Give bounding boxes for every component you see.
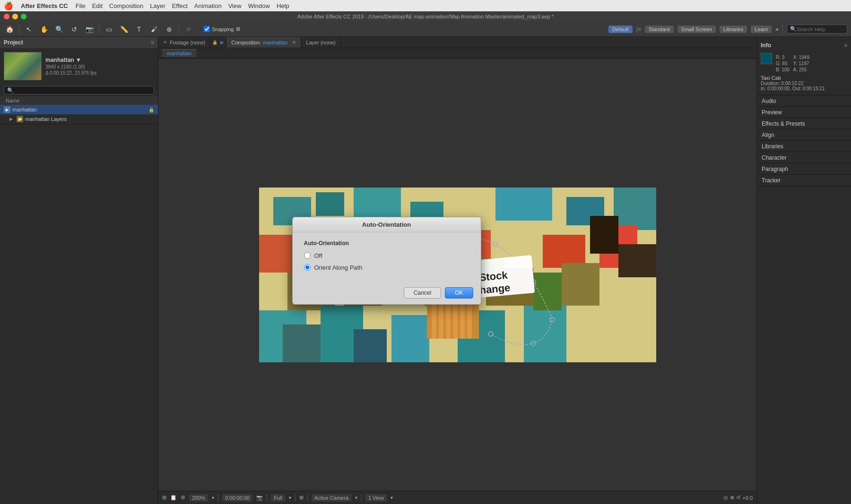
workspace-default[interactable]: Default bbox=[608, 26, 633, 33]
project-search-input[interactable] bbox=[4, 86, 154, 94]
project-item-layers[interactable]: ▶ 📁 manhattan Layers bbox=[0, 114, 158, 124]
view-count-control[interactable]: 1 View bbox=[365, 494, 387, 502]
menu-edit[interactable]: Edit bbox=[92, 2, 103, 9]
project-item-manhattan[interactable]: ▶ manhattan 🔒 bbox=[0, 105, 158, 114]
info-panel-menu[interactable]: ≡ bbox=[844, 42, 847, 49]
panel-effects-presets[interactable]: Effects & Presets bbox=[757, 118, 851, 129]
tab-composition-manhattan[interactable]: Composition manhattan ✕ bbox=[226, 37, 301, 48]
menu-items: File Edit Composition Layer Effect Anima… bbox=[76, 2, 289, 9]
selection-tool[interactable]: ↖ bbox=[23, 24, 35, 35]
view-preview-icon[interactable]: ⊞ bbox=[162, 495, 166, 501]
offset-display: +0.0 bbox=[742, 495, 753, 501]
menu-composition[interactable]: Composition bbox=[109, 2, 143, 9]
menu-window[interactable]: Window bbox=[248, 2, 270, 9]
cancel-button[interactable]: Cancel bbox=[404, 287, 441, 299]
tab-footage[interactable]: ✕ Footage (none) bbox=[158, 37, 210, 48]
panel-effects-label: Effects & Presets bbox=[762, 120, 805, 127]
project-duration: Δ 0:00:15:22, 23.976 fps bbox=[45, 70, 96, 76]
zoom-dropdown[interactable]: ▾ bbox=[212, 495, 214, 500]
grid-icon[interactable]: ⊞ bbox=[299, 495, 304, 501]
brush-tool[interactable]: 🖌 bbox=[148, 24, 160, 35]
views-dropdown[interactable]: ▾ bbox=[391, 495, 393, 500]
menu-layer[interactable]: Layer bbox=[150, 2, 165, 9]
rect-tool[interactable]: ▭ bbox=[103, 24, 114, 35]
panel-tracker[interactable]: Tracker bbox=[757, 175, 851, 186]
quality-control[interactable]: Full bbox=[271, 494, 285, 502]
maximize-window-button[interactable] bbox=[21, 14, 26, 19]
workspace-libraries[interactable]: Libraries bbox=[720, 26, 747, 33]
workspace-learn[interactable]: Learn bbox=[751, 26, 772, 33]
zoom-control[interactable]: 200% bbox=[189, 494, 208, 502]
time-display[interactable]: 0:00:00:00 bbox=[222, 494, 252, 502]
refresh-icon[interactable]: ↺ bbox=[736, 495, 740, 501]
radio-orient-option[interactable]: Orient Along Path bbox=[304, 264, 469, 271]
panel-character[interactable]: Character bbox=[757, 152, 851, 163]
output-icon[interactable]: ⊕ bbox=[730, 495, 734, 501]
camera-dropdown[interactable]: ▾ bbox=[355, 495, 357, 500]
dialog-title: Auto-Orientation bbox=[293, 217, 481, 232]
apple-menu-icon[interactable]: 🍎 bbox=[4, 1, 13, 10]
zoom-tool[interactable]: 🔍 bbox=[53, 24, 65, 35]
panel-preview[interactable]: Preview bbox=[757, 107, 851, 118]
active-camera-control[interactable]: Active Camera bbox=[312, 494, 351, 502]
dialog-overlay: Auto-Orientation Auto-Orientation Off Or… bbox=[158, 59, 756, 491]
info-panel-header: Info ≡ bbox=[761, 41, 847, 50]
ok-button[interactable]: OK bbox=[445, 287, 473, 299]
project-item-lock: 🔒 bbox=[148, 107, 154, 112]
comp-tab-icon: 🔒 bbox=[212, 40, 217, 45]
radio-orient-input[interactable] bbox=[304, 264, 311, 271]
radio-off-option[interactable]: Off bbox=[304, 252, 469, 259]
panel-character-label: Character bbox=[762, 154, 787, 161]
panel-paragraph[interactable]: Paragraph bbox=[757, 163, 851, 175]
render-icon[interactable]: ◎ bbox=[723, 495, 728, 501]
tab-close-footage[interactable]: ✕ bbox=[163, 40, 167, 45]
panel-paragraph-label: Paragraph bbox=[762, 166, 788, 172]
quality-dropdown[interactable]: ▾ bbox=[289, 495, 291, 500]
search-input[interactable] bbox=[797, 26, 844, 32]
project-size: 3840 x 2160 (1.00) bbox=[45, 64, 96, 69]
home-tool[interactable]: 🏠 bbox=[4, 24, 15, 35]
view-settings-icon[interactable]: ⚙ bbox=[181, 495, 185, 501]
text-tool[interactable]: T bbox=[133, 24, 145, 35]
workspace-small-screen[interactable]: Small Screen bbox=[677, 26, 716, 33]
panel-libraries-label: Libraries bbox=[762, 143, 783, 150]
puppet-tool[interactable]: ☞ bbox=[183, 24, 194, 35]
comp-subtab-bar: manhattan bbox=[158, 48, 756, 59]
tab-comp-name: manhattan bbox=[263, 40, 287, 45]
info-color-section: R: 3 X: 1949 G: 85 Y: 1197 B: 100 A: 255 bbox=[761, 53, 847, 72]
view-render-icon[interactable]: 📋 bbox=[170, 495, 177, 501]
panel-audio[interactable]: Audio bbox=[757, 95, 851, 107]
menu-file[interactable]: File bbox=[76, 2, 86, 9]
hand-tool[interactable]: ✋ bbox=[38, 24, 50, 35]
menu-effect[interactable]: Effect bbox=[172, 2, 188, 9]
project-search bbox=[0, 84, 158, 96]
radio-off-input[interactable] bbox=[304, 252, 311, 259]
snap-checkbox[interactable] bbox=[204, 26, 210, 32]
info-color-swatch bbox=[761, 53, 772, 64]
view-separator-3 bbox=[295, 494, 295, 502]
camera-icon[interactable]: 📷 bbox=[256, 495, 263, 501]
tab-close-comp[interactable]: ✕ bbox=[292, 40, 296, 45]
main-layout: Project ≡ manhattan ▼ 3840 x 2160 (1.00)… bbox=[0, 37, 851, 504]
pen-tool[interactable]: ✏️ bbox=[118, 24, 130, 35]
snap-label: Snapping bbox=[212, 26, 234, 32]
comp-subtab-manhattan[interactable]: manhattan bbox=[162, 49, 196, 57]
auto-orientation-dialog: Auto-Orientation Auto-Orientation Off Or… bbox=[292, 217, 481, 305]
toolbar-separator-3 bbox=[179, 25, 179, 34]
menu-help[interactable]: Help bbox=[277, 2, 289, 9]
panel-libraries[interactable]: Libraries bbox=[757, 141, 851, 152]
info-item-name: Taxi Cab bbox=[761, 75, 847, 81]
camera-tool[interactable]: 📷 bbox=[84, 24, 95, 35]
close-window-button[interactable] bbox=[4, 14, 9, 19]
menu-animation[interactable]: Animation bbox=[194, 2, 222, 9]
stamp-tool[interactable]: ⊕ bbox=[164, 24, 175, 35]
project-thumbnail-area: manhattan ▼ 3840 x 2160 (1.00) Δ 0:00:15… bbox=[0, 48, 158, 84]
menu-view[interactable]: View bbox=[228, 2, 242, 9]
workspace-standard[interactable]: Standard bbox=[645, 26, 674, 33]
rotate-tool[interactable]: ↺ bbox=[69, 24, 80, 35]
panel-align[interactable]: Align bbox=[757, 129, 851, 141]
workspace-more-icon[interactable]: » bbox=[775, 26, 779, 33]
tab-layer[interactable]: Layer (none) bbox=[301, 37, 340, 48]
project-menu-icon[interactable]: ≡ bbox=[151, 39, 154, 46]
minimize-window-button[interactable] bbox=[12, 14, 18, 19]
